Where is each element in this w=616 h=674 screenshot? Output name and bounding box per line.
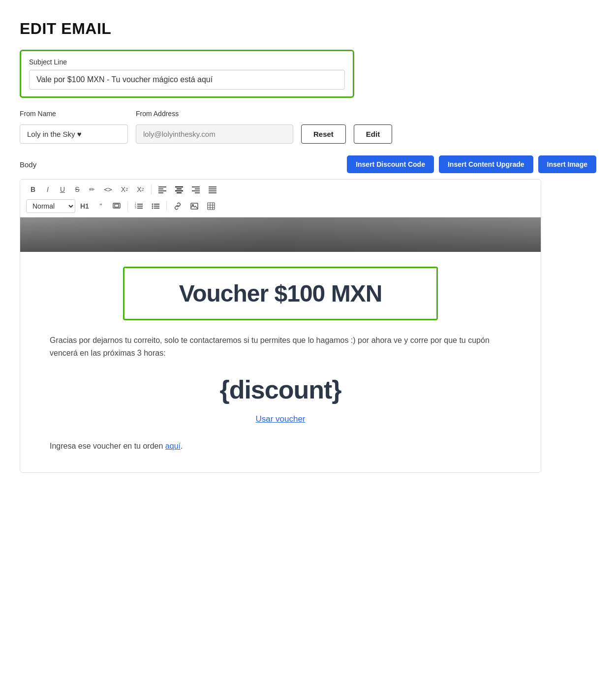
bottom-text: Ingresa ese voucher en tu orden aquí.	[50, 440, 511, 453]
from-name-input[interactable]	[20, 124, 128, 144]
link-button[interactable]	[170, 200, 185, 212]
editor-container: B I U S ✏ <> X2 X2 Normal	[20, 179, 541, 473]
subject-section: Subject Line	[20, 50, 354, 98]
from-address-label: From Address	[136, 110, 293, 118]
from-row: From Name From Address Reset Edit	[20, 110, 596, 144]
subject-label: Subject Line	[29, 58, 345, 66]
insert-image-button[interactable]: Insert Image	[538, 155, 596, 173]
svg-point-28	[152, 208, 153, 209]
svg-rect-2	[158, 190, 166, 191]
svg-rect-14	[209, 190, 216, 191]
bottom-text-link[interactable]: aquí	[165, 442, 181, 450]
svg-rect-13	[209, 188, 216, 189]
body-section-header: Body Insert Discount Code Insert Content…	[20, 155, 596, 173]
svg-rect-10	[192, 190, 200, 191]
subject-input[interactable]	[29, 70, 345, 90]
format-select[interactable]: Normal H1 H2 H3	[26, 199, 75, 213]
align-left-button[interactable]	[154, 184, 170, 195]
svg-text:3: 3	[135, 206, 136, 209]
bottom-text-prefix: Ingresa ese voucher en tu orden	[50, 442, 165, 450]
from-name-label: From Name	[20, 110, 128, 118]
svg-rect-7	[177, 192, 182, 193]
svg-rect-6	[175, 190, 183, 191]
email-body: Voucher $100 MXN Gracias por dejarnos tu…	[20, 252, 541, 472]
superscript-button[interactable]: X2	[117, 184, 132, 195]
blockquote-button[interactable]: "	[94, 200, 108, 212]
subscript-button[interactable]: X2	[133, 184, 148, 195]
svg-rect-0	[158, 186, 166, 187]
edit-button[interactable]: Edit	[354, 124, 392, 144]
email-header-image	[20, 217, 541, 252]
svg-rect-3	[158, 192, 163, 193]
svg-rect-25	[154, 204, 159, 205]
svg-rect-20	[137, 208, 143, 209]
h1-button[interactable]: H1	[76, 200, 93, 212]
svg-rect-11	[195, 192, 200, 193]
svg-rect-17	[115, 204, 119, 207]
voucher-title: Voucher $100 MXN	[179, 280, 382, 306]
svg-rect-19	[137, 206, 143, 207]
discount-code: {discount}	[50, 375, 511, 404]
strikethrough-button[interactable]: S	[70, 184, 84, 195]
voucher-box: Voucher $100 MXN	[123, 267, 438, 320]
toolbar-row-2: Normal H1 H2 H3 H1 " 123	[26, 199, 535, 213]
align-center-button[interactable]	[171, 184, 187, 195]
svg-rect-12	[209, 186, 216, 187]
svg-rect-18	[137, 204, 143, 205]
toolbar-divider-1	[151, 184, 152, 194]
toolbar-row-1: B I U S ✏ <> X2 X2	[26, 184, 535, 195]
body-label: Body	[20, 160, 36, 169]
reset-button[interactable]: Reset	[301, 124, 346, 144]
editor-content[interactable]: Voucher $100 MXN Gracias por dejarnos tu…	[20, 217, 541, 472]
svg-rect-1	[158, 188, 163, 189]
svg-rect-29	[154, 208, 159, 209]
from-name-group: From Name	[20, 110, 128, 144]
svg-rect-32	[208, 203, 215, 210]
svg-point-24	[152, 204, 153, 205]
underline-button[interactable]: U	[56, 184, 69, 195]
image-toolbar-button[interactable]	[186, 200, 202, 212]
highlight-button[interactable]: ✏	[85, 184, 99, 195]
bottom-text-suffix: .	[181, 442, 183, 450]
from-address-input[interactable]	[136, 124, 293, 144]
insert-discount-button[interactable]: Insert Discount Code	[347, 155, 434, 173]
code-button[interactable]: <>	[100, 184, 116, 195]
usar-voucher-link[interactable]: Usar voucher	[50, 414, 511, 424]
svg-rect-27	[154, 206, 159, 207]
toolbar-divider-2	[127, 201, 128, 211]
align-right-button[interactable]	[188, 184, 204, 195]
table-button[interactable]	[203, 200, 219, 212]
unordered-list-button[interactable]	[148, 200, 163, 212]
bold-button[interactable]: B	[26, 184, 40, 195]
ordered-list-button[interactable]: 123	[131, 200, 147, 212]
from-address-group: From Address	[136, 110, 293, 144]
svg-point-26	[152, 206, 153, 207]
svg-rect-4	[175, 186, 183, 187]
justify-button[interactable]	[205, 184, 220, 195]
svg-rect-15	[209, 192, 216, 193]
toolbar: B I U S ✏ <> X2 X2 Normal	[20, 180, 541, 217]
body-actions: Insert Discount Code Insert Content Upgr…	[347, 155, 596, 173]
embed-button[interactable]	[109, 200, 124, 212]
toolbar-divider-3	[166, 201, 167, 211]
svg-rect-8	[192, 186, 200, 187]
svg-rect-9	[195, 188, 200, 189]
italic-button[interactable]: I	[41, 184, 55, 195]
svg-rect-5	[177, 188, 182, 189]
insert-content-upgrade-button[interactable]: Insert Content Upgrade	[439, 155, 533, 173]
email-body-text: Gracias por dejarnos tu correito, solo t…	[50, 334, 511, 359]
page-title: EDIT EMAIL	[20, 20, 596, 38]
